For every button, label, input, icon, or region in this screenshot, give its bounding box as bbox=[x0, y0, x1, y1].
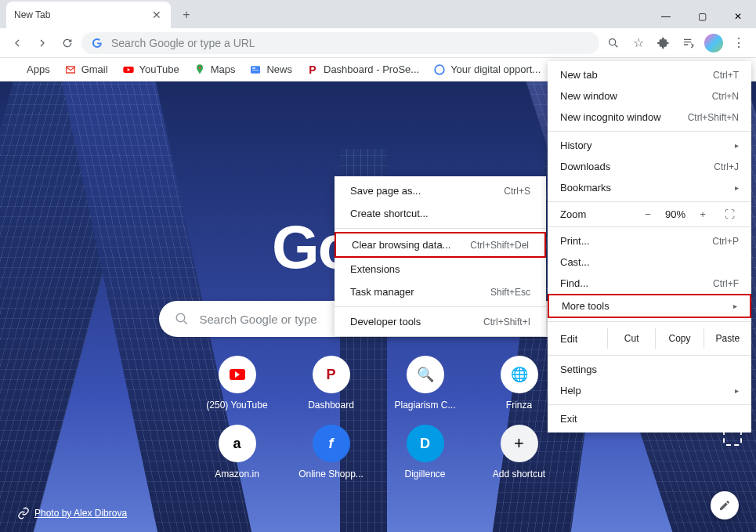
close-window-button[interactable]: ✕ bbox=[720, 5, 756, 28]
shortcut-youtube[interactable]: (250) YouTube bbox=[198, 356, 277, 411]
svg-rect-6 bbox=[252, 70, 259, 71]
photo-credit-link[interactable]: Photo by Alex Dibrova bbox=[17, 507, 127, 519]
toolbar: Search Google or type a URL ☆ ⋮ bbox=[0, 28, 756, 58]
svg-line-1 bbox=[615, 45, 617, 47]
menu-more-tools[interactable]: More tools bbox=[548, 294, 751, 318]
shortcut-add[interactable]: +Add shortcut bbox=[480, 425, 559, 480]
shortcut-icon: P bbox=[313, 356, 350, 393]
menu-downloads[interactable]: DownloadsCtrl+J bbox=[548, 156, 751, 177]
bookmark-label: YouTube bbox=[139, 63, 179, 75]
shortcut-label: Online Shopp... bbox=[298, 469, 364, 480]
submenu-extensions[interactable]: Extensions bbox=[335, 258, 546, 280]
svg-line-10 bbox=[184, 321, 187, 324]
browser-tab[interactable]: New Tab ✕ bbox=[6, 2, 171, 28]
bookmark-news[interactable]: News bbox=[249, 63, 292, 76]
menu-find[interactable]: Find...Ctrl+F bbox=[548, 273, 751, 294]
news-icon bbox=[249, 63, 262, 76]
bookmark-youtube[interactable]: YouTube bbox=[122, 63, 179, 76]
reading-list-icon[interactable] bbox=[678, 32, 700, 54]
shortcut-label: Dashboard bbox=[308, 400, 354, 411]
menu-copy[interactable]: Copy bbox=[655, 328, 703, 349]
window-controls: — ▢ ✕ bbox=[648, 5, 756, 28]
menu-cut[interactable]: Cut bbox=[607, 328, 655, 349]
google-icon bbox=[91, 37, 103, 49]
shortcut-plagiarism[interactable]: 🔍Plagiarism C... bbox=[386, 356, 465, 411]
zoom-icon[interactable] bbox=[602, 32, 624, 54]
shortcut-label: Plagiarism C... bbox=[394, 400, 455, 411]
reload-button[interactable] bbox=[56, 32, 78, 54]
shortcut-digillence[interactable]: DDigillence bbox=[386, 425, 465, 480]
menu-new-window[interactable]: New windowCtrl+N bbox=[548, 85, 751, 107]
photo-credit-text: Photo by Alex Dibrova bbox=[34, 508, 127, 519]
shortcut-label: Amazon.in bbox=[215, 469, 259, 480]
menu-print[interactable]: Print...Ctrl+P bbox=[548, 230, 751, 252]
bookmark-dashboard[interactable]: PDashboard - ProSe... bbox=[306, 63, 419, 76]
back-button[interactable] bbox=[6, 32, 28, 54]
shortcut-frinza[interactable]: 🌐Frinza bbox=[480, 356, 559, 411]
menu-history[interactable]: History bbox=[548, 135, 751, 156]
close-tab-icon[interactable]: ✕ bbox=[150, 9, 163, 21]
maximize-button[interactable]: ▢ bbox=[684, 5, 720, 28]
bookmark-maps[interactable]: Maps bbox=[194, 63, 236, 76]
submenu-developer-tools[interactable]: Developer toolsCtrl+Shift+I bbox=[335, 310, 546, 333]
more-tools-submenu: Save page as...Ctrl+S Create shortcut...… bbox=[335, 176, 546, 336]
menu-new-incognito[interactable]: New incognito windowCtrl+Shift+N bbox=[548, 107, 751, 128]
shortcuts-grid: (250) YouTube PDashboard 🔍Plagiarism C..… bbox=[198, 356, 559, 494]
bookmark-label: Dashboard - ProSe... bbox=[324, 63, 419, 75]
chrome-menu-button[interactable]: ⋮ bbox=[728, 32, 750, 54]
menu-settings[interactable]: Settings bbox=[548, 359, 751, 380]
bookmark-label: Gmail bbox=[81, 63, 108, 75]
chrome-main-menu: New tabCtrl+T New windowCtrl+N New incog… bbox=[548, 61, 751, 432]
zoom-value: 90% bbox=[665, 208, 685, 220]
omnibox[interactable]: Search Google or type a URL bbox=[81, 32, 599, 54]
bookmark-apps[interactable]: Apps bbox=[9, 63, 50, 76]
shortcut-label: Add shortcut bbox=[493, 469, 545, 480]
bookmark-label: Apps bbox=[27, 63, 50, 75]
menu-cast[interactable]: Cast... bbox=[548, 252, 751, 273]
fullscreen-button[interactable]: ⛶ bbox=[720, 208, 739, 220]
submenu-clear-browsing-data[interactable]: Clear browsing data...Ctrl+Shift+Del bbox=[335, 232, 546, 258]
digillence-icon: D bbox=[407, 425, 444, 462]
youtube-icon bbox=[122, 63, 135, 76]
forward-button[interactable] bbox=[31, 32, 53, 54]
gmail-icon bbox=[64, 63, 77, 76]
minimize-button[interactable]: — bbox=[648, 5, 684, 28]
submenu-create-shortcut[interactable]: Create shortcut... bbox=[335, 202, 546, 225]
bookmark-star-icon[interactable]: ☆ bbox=[628, 32, 649, 54]
bookmark-gmail[interactable]: Gmail bbox=[64, 63, 108, 76]
shortcut-flipkart[interactable]: fOnline Shopp... bbox=[292, 425, 371, 480]
link-icon bbox=[17, 507, 30, 519]
shortcut-label: Digillence bbox=[404, 469, 445, 480]
svg-point-7 bbox=[435, 65, 444, 74]
bookmark-digital[interactable]: Your digital opport... bbox=[433, 63, 541, 76]
new-tab-button[interactable]: + bbox=[175, 4, 197, 26]
shortcut-dashboard[interactable]: PDashboard bbox=[292, 356, 371, 411]
submenu-task-manager[interactable]: Task managerShift+Esc bbox=[335, 280, 546, 303]
menu-exit[interactable]: Exit bbox=[548, 408, 751, 429]
zoom-in-button[interactable]: + bbox=[693, 208, 712, 220]
flipkart-icon: f bbox=[313, 425, 350, 462]
zoom-out-button[interactable]: − bbox=[638, 208, 657, 220]
svg-rect-5 bbox=[252, 67, 255, 68]
youtube-icon bbox=[219, 356, 256, 393]
omnibox-placeholder: Search Google or type a URL bbox=[111, 37, 255, 49]
edit-label: Edit bbox=[560, 333, 607, 345]
submenu-save-page[interactable]: Save page as...Ctrl+S bbox=[335, 179, 546, 202]
customize-button[interactable] bbox=[711, 491, 739, 519]
svg-point-3 bbox=[198, 67, 201, 69]
add-icon: + bbox=[501, 425, 538, 462]
bookmark-label: Your digital opport... bbox=[450, 63, 541, 75]
profile-avatar[interactable] bbox=[703, 32, 725, 54]
shortcut-amazon[interactable]: aAmazon.in bbox=[198, 425, 277, 480]
shortcut-icon: 🌐 bbox=[501, 356, 538, 393]
amazon-icon: a bbox=[219, 425, 256, 462]
menu-new-tab[interactable]: New tabCtrl+T bbox=[548, 64, 751, 85]
menu-bookmarks[interactable]: Bookmarks bbox=[548, 177, 751, 198]
menu-help[interactable]: Help bbox=[548, 380, 751, 401]
maps-icon bbox=[194, 63, 206, 76]
svg-point-9 bbox=[176, 313, 185, 322]
bookmark-label: News bbox=[266, 63, 292, 75]
shortcut-label: (250) YouTube bbox=[206, 400, 267, 411]
extensions-icon[interactable] bbox=[653, 32, 675, 54]
menu-paste[interactable]: Paste bbox=[704, 328, 751, 349]
